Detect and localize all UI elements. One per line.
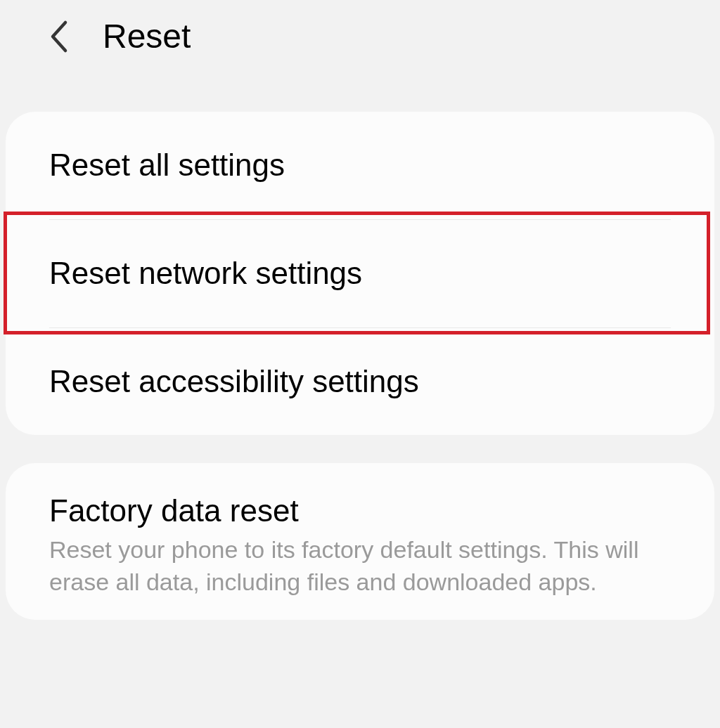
reset-all-settings-item[interactable]: Reset all settings [6, 112, 714, 219]
list-item-label: Reset network settings [49, 255, 671, 292]
back-button[interactable] [48, 20, 69, 53]
list-item-description: Reset your phone to its factory default … [49, 534, 671, 599]
page-title: Reset [103, 17, 191, 56]
reset-options-card: Reset all settings Reset network setting… [6, 112, 714, 435]
factory-data-reset-item[interactable]: Factory data reset Reset your phone to i… [6, 463, 714, 620]
list-item-label: Factory data reset [49, 493, 671, 530]
header-bar: Reset [0, 0, 720, 77]
chevron-left-icon [49, 20, 68, 53]
reset-network-settings-item[interactable]: Reset network settings [6, 220, 714, 327]
reset-accessibility-settings-item[interactable]: Reset accessibility settings [6, 328, 714, 436]
list-item-label: Reset all settings [49, 147, 671, 184]
list-item-label: Reset accessibility settings [49, 363, 671, 401]
factory-reset-card: Factory data reset Reset your phone to i… [6, 463, 714, 620]
